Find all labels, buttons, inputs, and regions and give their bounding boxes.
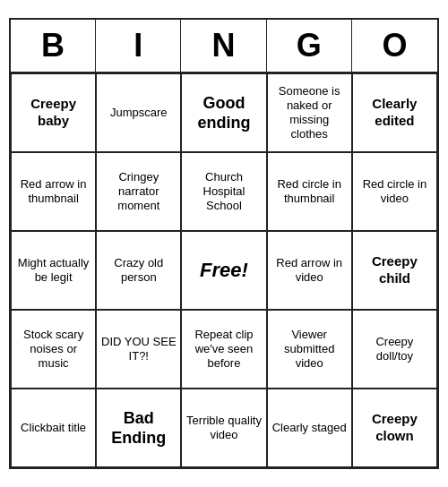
bingo-cell-6[interactable]: Cringey narrator moment — [96, 152, 181, 231]
bingo-cell-19[interactable]: Creepy doll/toy — [352, 310, 437, 389]
bingo-cell-21[interactable]: Bad Ending — [96, 389, 181, 467]
bingo-cell-11[interactable]: Crazy old person — [96, 231, 181, 310]
bingo-cell-5[interactable]: Red arrow in thumbnail — [11, 152, 96, 231]
bingo-cell-8[interactable]: Red circle in thumbnail — [267, 152, 352, 231]
bingo-letter-g: G — [267, 20, 352, 72]
bingo-cell-22[interactable]: Terrible quality video — [181, 389, 266, 467]
bingo-cell-9[interactable]: Red circle in video — [352, 152, 437, 231]
bingo-cell-7[interactable]: Church Hospital School — [181, 152, 266, 231]
bingo-cell-3[interactable]: Someone is naked or missing clothes — [267, 73, 352, 152]
bingo-cell-4[interactable]: Clearly edited — [352, 73, 437, 152]
bingo-cell-23[interactable]: Clearly staged — [267, 389, 352, 467]
bingo-letter-o: O — [352, 20, 437, 72]
bingo-cell-16[interactable]: DID YOU SEE IT?! — [96, 310, 181, 389]
bingo-letter-i: I — [96, 20, 181, 72]
bingo-card: BINGO Creepy babyJumpscareGood endingSom… — [9, 18, 439, 469]
bingo-header: BINGO — [11, 20, 437, 73]
bingo-cell-14[interactable]: Creepy child — [352, 231, 437, 310]
bingo-cell-18[interactable]: Viewer submitted video — [267, 310, 352, 389]
bingo-cell-0[interactable]: Creepy baby — [11, 73, 96, 152]
bingo-cell-2[interactable]: Good ending — [181, 73, 266, 152]
bingo-cell-1[interactable]: Jumpscare — [96, 73, 181, 152]
bingo-cell-15[interactable]: Stock scary noises or music — [11, 310, 96, 389]
bingo-letter-b: B — [11, 20, 96, 72]
bingo-cell-17[interactable]: Repeat clip we've seen before — [181, 310, 266, 389]
bingo-cell-12[interactable]: Free! — [181, 231, 266, 310]
bingo-cell-20[interactable]: Clickbait title — [11, 389, 96, 467]
bingo-cell-24[interactable]: Creepy clown — [352, 389, 437, 467]
bingo-grid: Creepy babyJumpscareGood endingSomeone i… — [11, 73, 437, 467]
bingo-cell-13[interactable]: Red arrow in video — [267, 231, 352, 310]
bingo-letter-n: N — [181, 20, 266, 72]
bingo-cell-10[interactable]: Might actually be legit — [11, 231, 96, 310]
